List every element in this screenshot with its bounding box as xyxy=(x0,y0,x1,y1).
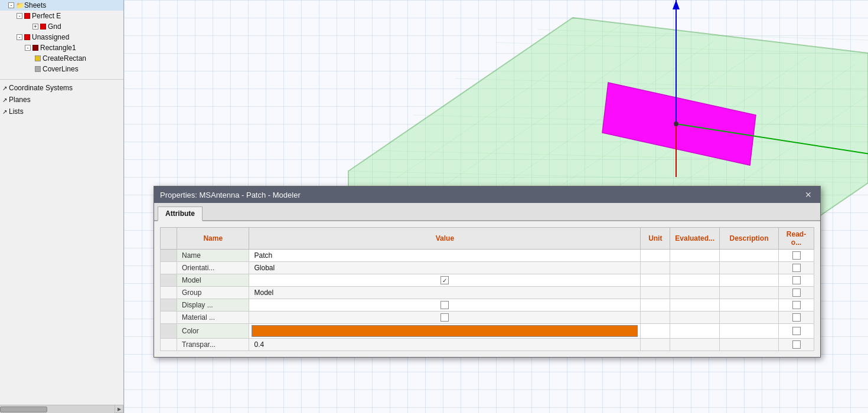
model-checkbox[interactable] xyxy=(440,276,449,284)
readonly-checkbox-display[interactable] xyxy=(792,301,801,309)
prop-eval-orientation xyxy=(670,262,720,274)
svg-point-21 xyxy=(674,122,678,126)
readonly-checkbox-model[interactable] xyxy=(792,276,801,284)
table-row: Transpar... 0.4 xyxy=(161,339,814,351)
gnd-label: Gnd xyxy=(48,22,61,31)
create-rectan-label: CreateRectan xyxy=(43,54,86,63)
prop-desc-orientation xyxy=(720,262,779,274)
prop-unit-transparency xyxy=(641,339,670,351)
table-row: Group Model xyxy=(161,287,814,299)
dialog-close-button[interactable]: ✕ xyxy=(802,190,814,199)
sidebar-item-unassigned[interactable]: - Unassigned xyxy=(0,32,123,42)
prop-readonly-display xyxy=(779,299,814,312)
prop-value-display[interactable] xyxy=(249,299,641,312)
hscroll-thumb[interactable] xyxy=(0,407,47,412)
coordinate-systems-label: Coordinate Systems xyxy=(9,84,73,92)
prop-value-group[interactable]: Model xyxy=(249,287,641,299)
sidebar-item-sheets[interactable]: - 📁 Sheets xyxy=(0,0,123,11)
collapse-unassigned-icon[interactable]: - xyxy=(17,34,22,40)
prop-desc-model xyxy=(720,274,779,287)
expand-gnd-icon[interactable]: + xyxy=(32,24,38,30)
properties-dialog: Properties: MSAntenna - Patch - Modeler … xyxy=(154,186,821,358)
sidebar-scroll-corner: ▶ xyxy=(115,405,123,413)
row-num xyxy=(161,262,177,274)
prop-value-color[interactable] xyxy=(249,324,641,339)
display-checkbox[interactable] xyxy=(440,301,449,309)
dialog-tabs: Attribute xyxy=(154,203,820,221)
sidebar-item-perfect-e[interactable]: - Perfect E xyxy=(0,11,123,21)
col-header-readonly: Read-o... xyxy=(779,228,814,250)
readonly-checkbox-material[interactable] xyxy=(792,313,801,322)
col-header-name: Name xyxy=(177,228,249,250)
prop-unit-material xyxy=(641,312,670,324)
sidebar-item-rectangle1[interactable]: - Rectangle1 xyxy=(0,42,123,53)
prop-eval-transparency xyxy=(670,339,720,351)
collapse-rectangle1-icon[interactable]: - xyxy=(25,45,31,51)
table-row: Material ... xyxy=(161,312,814,324)
3d-viewport: Properties: MSAntenna - Patch - Modeler … xyxy=(124,0,868,413)
prop-name-name: Name xyxy=(177,250,249,262)
lists-label: Lists xyxy=(9,107,24,116)
collapse-sheets-icon[interactable]: - xyxy=(8,2,14,8)
table-row: Model xyxy=(161,274,814,287)
readonly-checkbox-orientation[interactable] xyxy=(792,264,801,272)
prop-value-model[interactable] xyxy=(249,274,641,287)
prop-readonly-orientation xyxy=(779,262,814,274)
table-row: Color xyxy=(161,324,814,339)
create-rectan-icon xyxy=(35,55,41,61)
prop-readonly-model xyxy=(779,274,814,287)
prop-unit-display xyxy=(641,299,670,312)
prop-value-orientation[interactable]: Global xyxy=(249,262,641,274)
prop-name-transparency: Transpar... xyxy=(177,339,249,351)
prop-name-model: Model xyxy=(177,274,249,287)
readonly-checkbox-name[interactable] xyxy=(792,251,801,260)
prop-name-group: Group xyxy=(177,287,249,299)
prop-name-display: Display ... xyxy=(177,299,249,312)
sidebar: - 📁 Sheets - Perfect E + Gnd - Unassigne… xyxy=(0,0,124,413)
prop-desc-name xyxy=(720,250,779,262)
row-num xyxy=(161,339,177,351)
prop-name-material: Material ... xyxy=(177,312,249,324)
planes-arrow-icon: ↗ xyxy=(2,97,7,103)
cover-lines-label: CoverLines xyxy=(43,65,79,73)
prop-value-name[interactable]: Patch xyxy=(249,250,641,262)
prop-value-material[interactable] xyxy=(249,312,641,324)
perfect-e-icon xyxy=(24,13,30,19)
prop-desc-material xyxy=(720,312,779,324)
table-row: Orientati... Global xyxy=(161,262,814,274)
prop-eval-material xyxy=(670,312,720,324)
table-row: Name Patch xyxy=(161,250,814,262)
row-num xyxy=(161,287,177,299)
prop-desc-color xyxy=(720,324,779,339)
collapse-perfect-e-icon[interactable]: - xyxy=(17,13,22,19)
prop-readonly-name xyxy=(779,250,814,262)
unassigned-label: Unassigned xyxy=(32,33,69,41)
sidebar-item-gnd[interactable]: + Gnd xyxy=(0,21,123,32)
prop-unit-group xyxy=(641,287,670,299)
readonly-checkbox-color[interactable] xyxy=(792,327,801,335)
prop-name-orientation: Orientati... xyxy=(177,262,249,274)
prop-value-transparency[interactable]: 0.4 xyxy=(249,339,641,351)
sidebar-item-planes[interactable]: ↗ Planes xyxy=(0,94,123,106)
color-swatch[interactable] xyxy=(252,325,638,337)
row-num xyxy=(161,324,177,339)
sidebar-item-lists[interactable]: ↗ Lists xyxy=(0,106,123,117)
readonly-checkbox-transparency[interactable] xyxy=(792,340,801,349)
material-checkbox[interactable] xyxy=(440,313,449,322)
tab-attribute[interactable]: Attribute xyxy=(158,206,203,221)
prop-desc-transparency xyxy=(720,339,779,351)
prop-name-color: Color xyxy=(177,324,249,339)
coord-arrow-icon: ↗ xyxy=(2,85,7,91)
sidebar-item-create-rectan[interactable]: CreateRectan xyxy=(0,53,123,64)
prop-desc-display xyxy=(720,299,779,312)
dialog-title: Properties: MSAntenna - Patch - Modeler xyxy=(160,191,301,199)
prop-eval-display xyxy=(670,299,720,312)
sidebar-item-coordinate-systems[interactable]: ↗ Coordinate Systems xyxy=(0,82,123,94)
planes-label: Planes xyxy=(9,96,31,104)
sidebar-item-cover-lines[interactable]: CoverLines xyxy=(0,64,123,74)
sidebar-hscrollbar[interactable] xyxy=(0,405,115,413)
row-num xyxy=(161,299,177,312)
row-num xyxy=(161,312,177,324)
prop-eval-color xyxy=(670,324,720,339)
readonly-checkbox-group[interactable] xyxy=(792,289,801,297)
